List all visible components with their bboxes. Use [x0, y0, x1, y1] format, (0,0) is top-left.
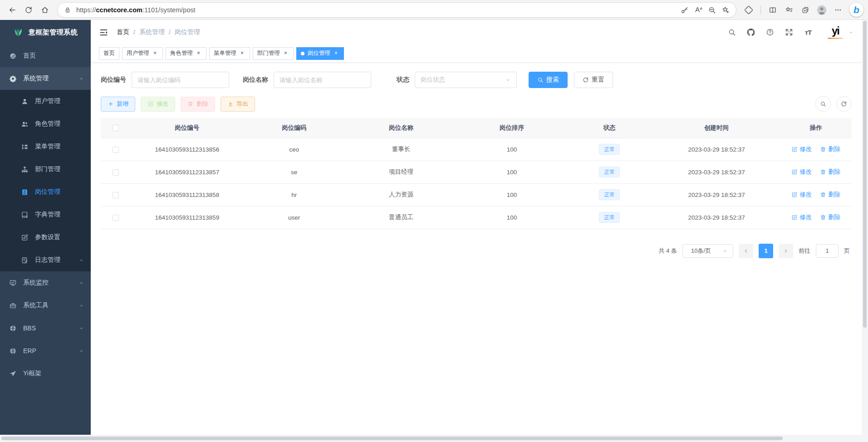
reset-button[interactable]: 重置: [574, 72, 613, 88]
tab-close-icon[interactable]: ×: [282, 50, 289, 57]
tab-role-mgmt[interactable]: 角色管理×: [166, 47, 206, 60]
row-edit-link[interactable]: 修改: [791, 145, 812, 153]
sidebar-item-log-mgmt[interactable]: 日志管理: [0, 249, 91, 271]
delete-button[interactable]: 删除: [181, 97, 215, 112]
font-size-icon[interactable]: тT: [800, 25, 816, 40]
trash-icon: [820, 192, 826, 198]
search-button[interactable]: 搜索: [529, 72, 568, 88]
collections-button[interactable]: [798, 2, 813, 18]
next-page-button[interactable]: [779, 244, 793, 258]
favorites-button[interactable]: [781, 2, 797, 18]
sidebar-item-yi-framework[interactable]: Yi框架: [0, 362, 91, 385]
status-label: 状态: [397, 76, 409, 84]
sidebar-item-home[interactable]: 首页: [0, 44, 91, 67]
sidebar-item-dept-mgmt[interactable]: 部门管理: [0, 158, 91, 181]
chevron-down-icon: [79, 326, 84, 331]
row-edit-label: 修改: [799, 168, 812, 176]
add-button[interactable]: 新增: [101, 97, 135, 112]
tab-dept-mgmt[interactable]: 部门管理×: [253, 47, 294, 60]
trash-icon: [187, 101, 194, 107]
tab-close-icon[interactable]: ×: [152, 50, 158, 57]
bing-copilot-button[interactable]: b: [849, 3, 863, 17]
select-all-checkbox[interactable]: [113, 125, 119, 131]
row-delete-link[interactable]: 删除: [820, 145, 840, 153]
sidebar-item-bbs[interactable]: BBS: [0, 317, 91, 339]
browser-refresh-button[interactable]: [21, 2, 36, 18]
vertical-scrollbar-thumb[interactable]: [863, 21, 867, 328]
goto-page-input[interactable]: [816, 244, 839, 258]
search-icon: [820, 101, 826, 107]
sidebar-item-dict-mgmt[interactable]: 字典管理: [0, 203, 91, 226]
browser-profile-avatar[interactable]: [814, 2, 829, 18]
lock-icon[interactable]: [64, 6, 72, 14]
export-button[interactable]: 导出: [221, 97, 255, 112]
row-edit-link[interactable]: 修改: [791, 168, 812, 176]
browser-back-button[interactable]: [5, 2, 20, 18]
tab-user-mgmt[interactable]: 用户管理×: [122, 47, 163, 60]
toggle-search-button[interactable]: [815, 96, 831, 112]
github-icon[interactable]: [743, 25, 759, 40]
row-delete-link[interactable]: 删除: [820, 191, 840, 199]
row-edit-link[interactable]: 修改: [791, 213, 812, 221]
edit-button[interactable]: 修改: [141, 97, 175, 112]
horizontal-scrollbar-thumb[interactable]: [1, 437, 783, 440]
row-checkbox[interactable]: [113, 147, 119, 153]
refresh-table-button[interactable]: [836, 96, 852, 112]
password-key-icon[interactable]: [678, 3, 691, 17]
refresh-icon: [583, 77, 589, 83]
menu-tree-icon: [21, 143, 29, 151]
app-logo[interactable]: 意框架管理系统: [0, 20, 91, 44]
post-name-input[interactable]: [274, 72, 371, 88]
prev-page-button[interactable]: [739, 244, 753, 258]
browser-home-button[interactable]: [37, 2, 53, 18]
extensions-button[interactable]: [741, 2, 756, 18]
read-aloud-icon[interactable]: [691, 3, 705, 17]
row-delete-label: 删除: [828, 191, 840, 199]
tab-home[interactable]: 首页: [99, 47, 119, 60]
post-code-input[interactable]: [132, 72, 229, 88]
url-domain: ccnetcore.com: [96, 6, 142, 14]
split-screen-button[interactable]: [765, 2, 780, 18]
sidebar-item-post-mgmt[interactable]: 岗位管理: [0, 181, 91, 203]
help-icon[interactable]: [762, 25, 778, 40]
sidebar-item-user-mgmt[interactable]: 用户管理: [0, 90, 91, 113]
menu-fold-icon[interactable]: [99, 28, 108, 37]
post-badge-icon: [21, 188, 29, 196]
vertical-scrollbar[interactable]: [862, 20, 868, 435]
sidebar-item-param-settings[interactable]: 参数设置: [0, 226, 91, 249]
tab-menu-mgmt[interactable]: 菜单管理×: [209, 47, 250, 60]
sidebar-item-erp[interactable]: ERP: [0, 339, 91, 362]
tab-close-icon[interactable]: ×: [333, 50, 339, 57]
row-delete-link[interactable]: 删除: [820, 168, 840, 176]
breadcrumb-home[interactable]: 首页: [117, 28, 129, 36]
user-avatar-menu[interactable]: yi: [826, 23, 853, 41]
sidebar-item-monitor[interactable]: 系统监控: [0, 271, 91, 294]
sidebar-item-system[interactable]: 系统管理: [0, 67, 91, 90]
row-checkbox[interactable]: [113, 192, 119, 198]
browser-menu-button[interactable]: [830, 2, 846, 18]
address-bar[interactable]: https://ccnetcore.com:1101/system/post: [57, 2, 736, 18]
tab-close-icon[interactable]: ×: [195, 50, 202, 57]
url-text[interactable]: https://ccnetcore.com:1101/system/post: [76, 6, 678, 14]
add-favorite-icon[interactable]: [719, 3, 732, 17]
sidebar-item-label: 岗位管理: [35, 188, 60, 196]
sidebar-item-role-mgmt[interactable]: 角色管理: [0, 113, 91, 135]
status-select[interactable]: 岗位状态: [415, 72, 517, 88]
page-size-select[interactable]: 10条/页: [682, 244, 733, 258]
header-search-icon[interactable]: [724, 25, 740, 40]
post-code-label: 岗位编号: [101, 76, 126, 84]
chevron-up-icon: [79, 76, 84, 81]
row-checkbox[interactable]: [113, 215, 119, 221]
sidebar-item-tools[interactable]: 系统工具: [0, 294, 91, 317]
zoom-out-icon[interactable]: [705, 3, 719, 17]
row-edit-link[interactable]: 修改: [791, 191, 812, 199]
tab-close-icon[interactable]: ×: [239, 50, 245, 57]
row-checkbox[interactable]: [113, 169, 119, 176]
tab-post-mgmt[interactable]: 岗位管理×: [296, 47, 344, 60]
horizontal-scrollbar[interactable]: [0, 435, 868, 442]
fullscreen-icon[interactable]: [781, 25, 797, 40]
sidebar-item-menu-mgmt[interactable]: 菜单管理: [0, 135, 91, 158]
row-delete-link[interactable]: 删除: [820, 213, 840, 221]
page-1-button[interactable]: 1: [759, 244, 773, 258]
edit-icon: [791, 146, 798, 152]
